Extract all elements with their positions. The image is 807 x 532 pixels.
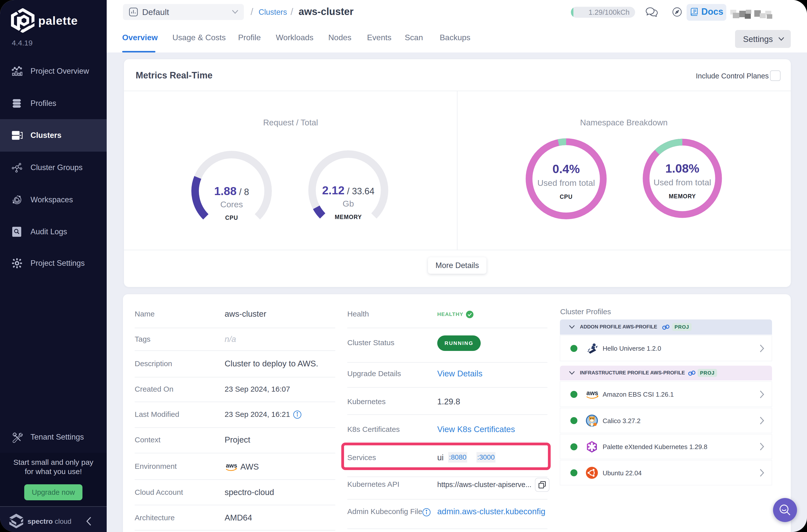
svg-text:aws: aws xyxy=(586,390,598,396)
